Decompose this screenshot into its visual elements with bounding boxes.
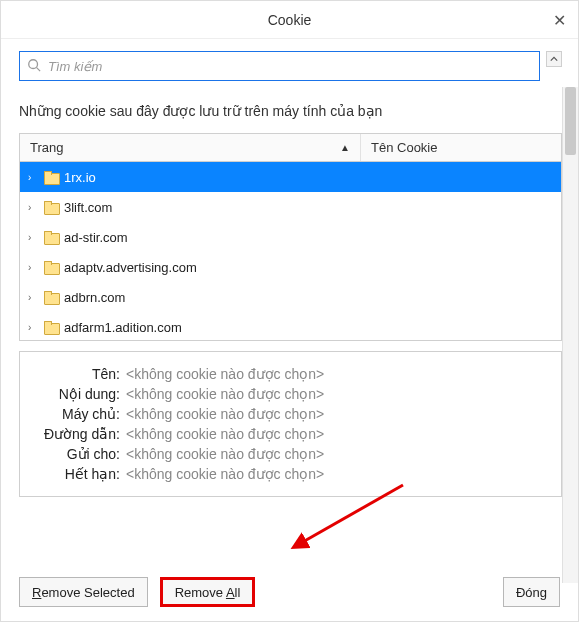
scrollbar-thumb[interactable] xyxy=(565,87,576,155)
list-header: Trang ▲ Tên Cookie xyxy=(19,133,562,161)
site-name: adbrn.com xyxy=(64,290,125,305)
detail-row-duongdan: Đường dẫn: <không cookie nào được chọn> xyxy=(32,426,549,442)
site-name: ad-stir.com xyxy=(64,230,128,245)
chevron-right-icon[interactable]: › xyxy=(28,262,38,273)
chevron-right-icon[interactable]: › xyxy=(28,232,38,243)
list-item[interactable]: › adbrn.com xyxy=(20,282,561,312)
site-name: adfarm1.adition.com xyxy=(64,320,182,335)
column-trang-label: Trang xyxy=(30,140,63,155)
list-item[interactable]: › adaptv.advertising.com xyxy=(20,252,561,282)
detail-value: <không cookie nào được chọn> xyxy=(126,366,324,382)
column-ten-label: Tên Cookie xyxy=(371,140,437,155)
button-label: ll xyxy=(235,585,241,600)
detail-row-ten: Tên: <không cookie nào được chọn> xyxy=(32,366,549,382)
close-icon[interactable]: ✕ xyxy=(548,9,570,31)
detail-row-noidung: Nội dung: <không cookie nào được chọn> xyxy=(32,386,549,402)
column-ten[interactable]: Tên Cookie xyxy=(361,134,561,161)
search-wrap xyxy=(19,51,540,81)
detail-row-guicho: Gửi cho: <không cookie nào được chọn> xyxy=(32,446,549,462)
cookie-list: Trang ▲ Tên Cookie › 1rx.io › 3lift.com … xyxy=(19,133,562,341)
mnemonic: A xyxy=(226,585,235,600)
column-trang[interactable]: Trang ▲ xyxy=(20,134,361,161)
detail-row-hethan: Hết hạn: <không cookie nào được chọn> xyxy=(32,466,549,482)
folder-icon xyxy=(44,261,58,273)
detail-label: Đường dẫn: xyxy=(32,426,120,442)
detail-value: <không cookie nào được chọn> xyxy=(126,386,324,402)
mnemonic: R xyxy=(32,585,41,600)
content: Những cookie sau đây được lưu trữ trên m… xyxy=(1,39,578,583)
detail-value: <không cookie nào được chọn> xyxy=(126,406,324,422)
sort-indicator-icon: ▲ xyxy=(340,142,350,153)
site-name: 3lift.com xyxy=(64,200,112,215)
folder-icon xyxy=(44,201,58,213)
titlebar: Cookie ✕ xyxy=(1,1,578,39)
site-name: 1rx.io xyxy=(64,170,96,185)
list-item[interactable]: › adfarm1.adition.com xyxy=(20,312,561,341)
remove-selected-button[interactable]: Remove Selected xyxy=(19,577,148,607)
window-title: Cookie xyxy=(268,12,312,28)
button-label: Remove xyxy=(175,585,226,600)
detail-value: <không cookie nào được chọn> xyxy=(126,466,324,482)
list-item[interactable]: › 1rx.io xyxy=(20,162,561,192)
description-text: Những cookie sau đây được lưu trữ trên m… xyxy=(19,103,562,119)
list-item[interactable]: › 3lift.com xyxy=(20,192,561,222)
close-button[interactable]: Đóng xyxy=(503,577,560,607)
list-item[interactable]: › ad-stir.com xyxy=(20,222,561,252)
folder-icon xyxy=(44,231,58,243)
folder-icon xyxy=(44,171,58,183)
search-row xyxy=(19,51,562,81)
folder-icon xyxy=(44,291,58,303)
search-input[interactable] xyxy=(19,51,540,81)
button-label: Đóng xyxy=(516,585,547,600)
detail-value: <không cookie nào được chọn> xyxy=(126,426,324,442)
cookie-details: Tên: <không cookie nào được chọn> Nội du… xyxy=(19,351,562,497)
site-name: adaptv.advertising.com xyxy=(64,260,197,275)
remove-all-button[interactable]: Remove All xyxy=(160,577,256,607)
detail-label: Nội dung: xyxy=(32,386,120,402)
detail-row-maychu: Máy chủ: <không cookie nào được chọn> xyxy=(32,406,549,422)
detail-label: Gửi cho: xyxy=(32,446,120,462)
folder-icon xyxy=(44,321,58,333)
chevron-right-icon[interactable]: › xyxy=(28,172,38,183)
button-label: emove Selected xyxy=(41,585,134,600)
detail-label: Hết hạn: xyxy=(32,466,120,482)
button-bar: Remove Selected Remove All Đóng xyxy=(19,577,560,607)
detail-label: Tên: xyxy=(32,366,120,382)
list-body[interactable]: › 1rx.io › 3lift.com › ad-stir.com › ada… xyxy=(19,161,562,341)
detail-label: Máy chủ: xyxy=(32,406,120,422)
scrollbar[interactable] xyxy=(562,87,578,583)
chevron-right-icon[interactable]: › xyxy=(28,292,38,303)
chevron-right-icon[interactable]: › xyxy=(28,202,38,213)
detail-value: <không cookie nào được chọn> xyxy=(126,446,324,462)
chevron-right-icon[interactable]: › xyxy=(28,322,38,333)
scroll-up-button[interactable] xyxy=(546,51,562,67)
